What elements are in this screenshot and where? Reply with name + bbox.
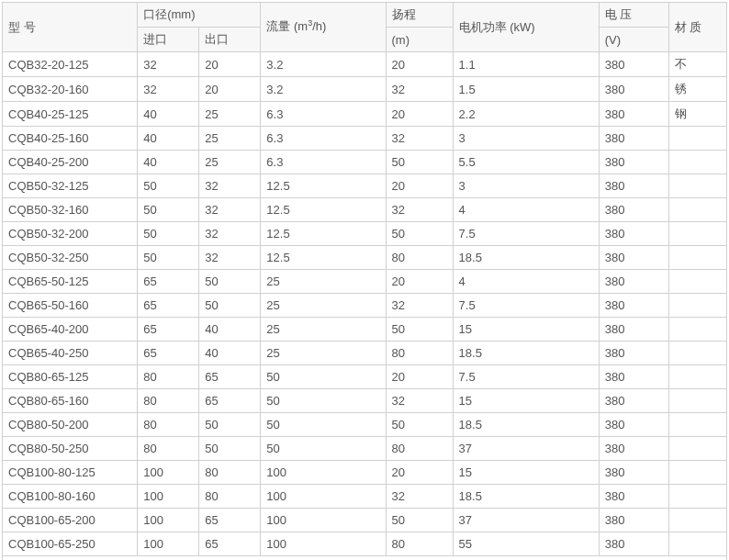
cell-flow: 25 — [261, 318, 386, 342]
cell-material — [668, 509, 726, 532]
cell-material — [668, 270, 726, 294]
cell-model: CQB50-32-250 — [3, 246, 138, 270]
cell-material — [668, 342, 726, 365]
cell-head: 50 — [386, 222, 453, 246]
cell-outlet: 65 — [199, 389, 261, 413]
cell-voltage: 380 — [599, 294, 668, 318]
cell-voltage: 380 — [599, 246, 668, 270]
cell-flow: 50 — [261, 389, 386, 413]
cell-outlet: 25 — [199, 151, 261, 174]
cell-model: CQB100-65-200 — [3, 509, 138, 532]
cell-flow: 100 — [261, 485, 386, 509]
cell-voltage: 380 — [599, 174, 668, 198]
cell-head: 20 — [386, 461, 453, 485]
cell-outlet: 50 — [199, 437, 261, 461]
cell-model: CQB50-32-160 — [3, 198, 138, 222]
header-inlet: 进口 — [138, 28, 199, 52]
cell-voltage: 380 — [599, 198, 668, 222]
cell-inlet: 40 — [138, 127, 199, 151]
table-row: CQB32-20-12532203.2201.1380不 — [3, 52, 727, 77]
cell-outlet: 50 — [199, 413, 261, 437]
cell-inlet: 65 — [138, 342, 199, 365]
cell-voltage: 380 — [599, 77, 668, 102]
table-row: CQB65-50-125655025204380 — [3, 270, 727, 294]
cell-outlet: 40 — [199, 342, 261, 365]
table-row: CQB50-32-160503212.5324380 — [3, 198, 727, 222]
cell-voltage: 380 — [599, 413, 668, 437]
cell-material: 不 — [668, 52, 726, 77]
table-row: CQB50-32-250503212.58018.5380 — [3, 246, 727, 270]
table-row: CQB50-32-200503212.5507.5380 — [3, 222, 727, 246]
cell-power: 4 — [453, 198, 599, 222]
cell-model: CQB65-50-125 — [3, 270, 138, 294]
cell-power: 1.5 — [453, 77, 599, 102]
cell-outlet: 50 — [199, 294, 261, 318]
cell-model: CQB100-80-160 — [3, 485, 138, 509]
cell-inlet: 80 — [138, 413, 199, 437]
cell-model: CQB65-50-160 — [3, 294, 138, 318]
header-flow-prefix: 流量 (m — [266, 20, 308, 34]
cell-model: CQB80-65-160 — [3, 389, 138, 413]
header-diameter: 口径(mm) — [138, 3, 261, 28]
cell-flow: 3.2 — [261, 52, 386, 77]
cell-head: 80 — [386, 342, 453, 365]
cell-head: 20 — [386, 174, 453, 198]
cell-head: 80 — [386, 532, 453, 556]
table-row: CQB80-50-2008050505018.5380 — [3, 413, 727, 437]
cell-voltage: 380 — [599, 151, 668, 174]
cell-flow: 6.3 — [261, 151, 386, 174]
cell-outlet: 32 — [199, 174, 261, 198]
cell-head: 20 — [386, 365, 453, 389]
cell-power: 1.1 — [453, 52, 599, 77]
cell-inlet: 50 — [138, 174, 199, 198]
cell-flow: 100 — [261, 461, 386, 485]
cell-head: 32 — [386, 198, 453, 222]
cell-inlet: 80 — [138, 365, 199, 389]
header-voltage-top: 电 压 — [599, 3, 668, 28]
cell-head: 50 — [386, 318, 453, 342]
cell-material — [668, 461, 726, 485]
cell-head: 32 — [386, 127, 453, 151]
cell-flow: 12.5 — [261, 174, 386, 198]
header-model: 型 号 — [3, 3, 138, 52]
table-row: CQB100-65-250100651008055380 — [3, 532, 727, 556]
cell-inlet: 100 — [138, 485, 199, 509]
cell-flow: 50 — [261, 365, 386, 389]
cell-power: 18.5 — [453, 342, 599, 365]
cell-power: 7.5 — [453, 365, 599, 389]
cell-material — [668, 318, 726, 342]
cell-head: 50 — [386, 151, 453, 174]
cell-model: CQB100-65-250 — [3, 532, 138, 556]
cell-inlet: 100 — [138, 509, 199, 532]
cell-flow: 6.3 — [261, 127, 386, 151]
header-power: 电机功率 (kW) — [453, 3, 599, 52]
table-row: CQB65-40-2506540258018.5380 — [3, 342, 727, 365]
cell-model: CQB40-25-200 — [3, 151, 138, 174]
cell-material — [668, 198, 726, 222]
cell-inlet: 50 — [138, 222, 199, 246]
cell-power: 15 — [453, 461, 599, 485]
table-row: CQB50-32-125503212.5203380 — [3, 174, 727, 198]
cell-voltage: 380 — [599, 102, 668, 127]
cell-material — [668, 389, 726, 413]
cell-outlet: 40 — [199, 318, 261, 342]
cell-inlet: 32 — [138, 77, 199, 102]
cell-inlet: 65 — [138, 294, 199, 318]
cell-head: 20 — [386, 270, 453, 294]
cell-power: 15 — [453, 389, 599, 413]
cell-flow: 25 — [261, 270, 386, 294]
cell-flow: 6.3 — [261, 102, 386, 127]
cell-inlet: 32 — [138, 52, 199, 77]
cell-material — [668, 222, 726, 246]
cell-outlet: 80 — [199, 485, 261, 509]
cell-inlet: 80 — [138, 437, 199, 461]
table-row: CQB100-65-200100651005037380 — [3, 509, 727, 532]
cell-power: 7.5 — [453, 294, 599, 318]
cell-inlet: 40 — [138, 102, 199, 127]
cell-power: 3 — [453, 127, 599, 151]
header-head-bottom: (m) — [386, 28, 453, 52]
cell-power: 15 — [453, 318, 599, 342]
cell-model: CQB80-50-200 — [3, 413, 138, 437]
cell-head: 20 — [386, 52, 453, 77]
table-row: CQB40-25-20040256.3505.5380 — [3, 151, 727, 174]
